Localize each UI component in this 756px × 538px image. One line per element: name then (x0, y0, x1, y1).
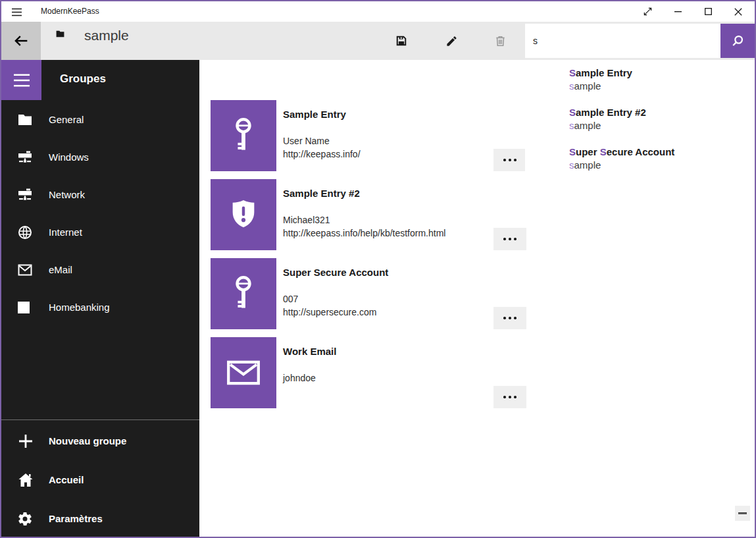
entry-title: Sample Entry (283, 109, 346, 120)
search-icon (730, 34, 745, 48)
entry-username: 007 (283, 294, 298, 304)
entry-more-button[interactable] (493, 386, 526, 408)
app-title: ModernKeePass (41, 1, 99, 22)
maximize-icon (705, 8, 712, 15)
hamburger-icon (12, 72, 32, 88)
sidebar-item-label: Network (49, 189, 85, 200)
minimize-icon (674, 11, 682, 13)
back-arrow-icon (12, 32, 30, 49)
fullscreen-button[interactable] (632, 1, 663, 22)
sidebar-item-label: Windows (49, 151, 89, 163)
search-input[interactable] (525, 24, 720, 58)
entry-more-button[interactable] (493, 149, 526, 171)
entry-row[interactable]: Sample Entry #2 Michael321 http://keepas… (211, 179, 526, 250)
search-result-item[interactable]: Super Secure Account sample (525, 139, 755, 178)
sidebar-group-item[interactable]: Nouveau groupe (1, 421, 199, 460)
delete-button[interactable] (484, 25, 516, 57)
ellipsis-icon (503, 396, 506, 398)
search-result-item[interactable]: Sample Entry sample (525, 60, 755, 99)
gear-icon (17, 511, 34, 527)
database-icon (55, 30, 65, 38)
search-button[interactable] (720, 24, 755, 58)
blank-square-icon (17, 301, 34, 314)
app-window: ModernKeePass sample (0, 0, 756, 538)
search-result-title: Super Secure Account (569, 146, 755, 159)
sidebar-item-label: Internet (49, 227, 82, 238)
sidebar-item-label: eMail (49, 264, 72, 275)
entry-icon-tile[interactable] (211, 179, 276, 250)
back-button[interactable] (1, 22, 41, 60)
envelope-icon (226, 360, 261, 385)
sidebar-group-item[interactable]: General (1, 101, 199, 138)
key-icon (232, 117, 255, 155)
entry-icon-tile[interactable] (211, 337, 276, 408)
system-menu-icon[interactable] (11, 6, 22, 18)
minus-icon (738, 512, 747, 514)
titlebar: ModernKeePass (1, 1, 755, 22)
entry-url: http://supersecure.com (283, 307, 376, 317)
entry-list: Sample Entry User Name http://keepass.in… (211, 100, 526, 416)
search-suggestions-panel: Sample Entry sample Sample Entry #2 samp… (525, 60, 755, 180)
sidebar-group-item[interactable]: Paramètres (1, 499, 199, 538)
save-icon (395, 34, 408, 47)
edit-button[interactable] (436, 25, 467, 57)
database-title: sample (84, 28, 129, 43)
folder-icon (17, 113, 34, 127)
sidebar-group-item[interactable]: eMail (1, 251, 199, 288)
ellipsis-icon (503, 317, 506, 319)
entry-url: http://keepass.info/help/kb/testform.htm… (283, 228, 445, 238)
entry-more-button[interactable] (493, 228, 526, 250)
shield-icon (227, 198, 260, 231)
search-result-group: sample (569, 80, 755, 93)
hamburger-menu-button[interactable] (1, 60, 41, 100)
entry-row[interactable]: Sample Entry User Name http://keepass.in… (211, 100, 526, 171)
workstation-icon (17, 188, 34, 202)
zoom-out-button[interactable] (735, 506, 750, 521)
sidebar-item-label: General (49, 114, 84, 125)
search-result-group: sample (569, 159, 755, 172)
fullscreen-icon (643, 7, 653, 16)
plus-icon (17, 433, 34, 450)
sidebar-item-label: Homebanking (49, 302, 110, 313)
search-result-title: Sample Entry #2 (569, 106, 755, 119)
search-result-title: Sample Entry (569, 67, 755, 80)
entry-title: Work Email (283, 346, 336, 357)
search-result-item[interactable]: Sample Entry #2 sample (525, 99, 755, 139)
sidebar-item-label: Nouveau groupe (49, 435, 126, 446)
pencil-icon (445, 35, 458, 47)
entry-url: http://keepass.info/ (283, 149, 361, 159)
entry-row[interactable]: Work Email johndoe (211, 337, 526, 408)
key-icon (232, 275, 255, 313)
maximize-button[interactable] (693, 1, 723, 22)
sidebar-group-item[interactable]: Internet (1, 213, 199, 251)
save-button[interactable] (386, 25, 417, 57)
command-bar: sample (1, 22, 755, 60)
globe-icon (17, 225, 34, 240)
entry-row[interactable]: Super Secure Account 007 http://supersec… (211, 258, 526, 329)
entry-icon-tile[interactable] (211, 100, 276, 171)
entry-title: Sample Entry #2 (283, 188, 360, 199)
search-result-group: sample (569, 119, 755, 132)
workstation-icon (17, 150, 34, 165)
ellipsis-icon (503, 238, 506, 240)
entry-username: User Name (283, 136, 330, 146)
sidebar-group-item[interactable]: Windows (1, 138, 199, 176)
entry-icon-tile[interactable] (211, 258, 276, 329)
sidebar-item-label: Paramètres (49, 513, 103, 524)
entry-username: Michael321 (283, 215, 330, 225)
groups-heading: Groupes (60, 72, 106, 86)
ellipsis-icon (503, 159, 506, 161)
sidebar-group-item[interactable]: Accueil (1, 460, 199, 499)
close-icon (734, 8, 742, 16)
home-icon (17, 472, 34, 488)
sidebar: Groupes General Windows Network Internet… (1, 60, 199, 537)
minimize-button[interactable] (663, 1, 693, 22)
entry-username: johndoe (283, 373, 316, 383)
sidebar-group-item[interactable]: Network (1, 176, 199, 213)
group-list: General Windows Network Internet eMail H… (1, 101, 199, 326)
sidebar-group-item[interactable]: Homebanking (1, 288, 199, 326)
sidebar-item-label: Accueil (49, 474, 84, 485)
entry-title: Super Secure Account (283, 267, 388, 278)
close-button[interactable] (723, 1, 753, 22)
entry-more-button[interactable] (493, 307, 526, 329)
